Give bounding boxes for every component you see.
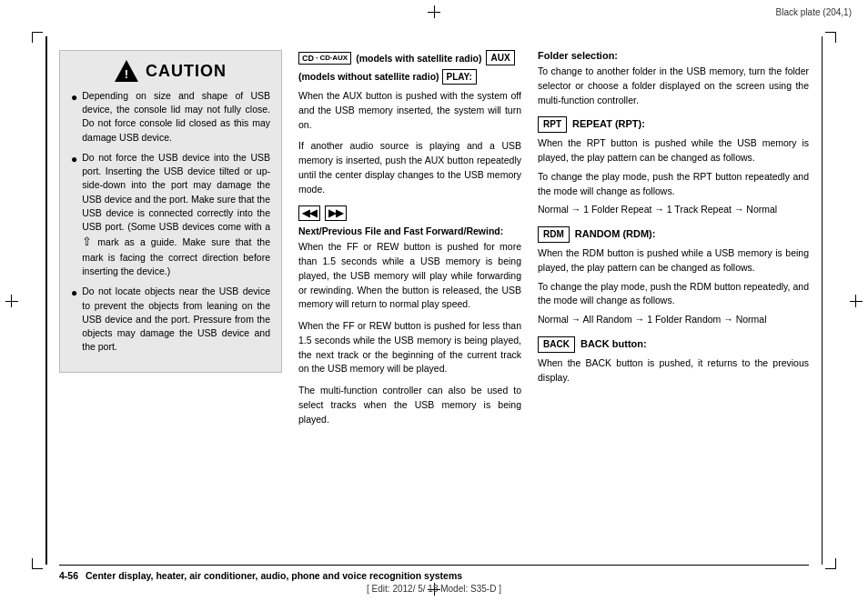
repeat-section: RPT REPEAT (RPT): When the RPT button is… [538,116,809,217]
nextprev-body-1: When the FF or REW button is pushed for … [298,240,521,312]
back-title: BACK button: [580,338,647,349]
columns: ! CAUTION ● Depending on size and shape … [59,50,809,551]
footer-description: Center display, heater, air conditioner,… [86,570,462,581]
reg-mark-right [850,295,863,307]
random-heading: RDM RANDOM (RDM): [538,226,809,243]
caution-box: ! CAUTION ● Depending on size and shape … [59,50,282,373]
repeat-body-1: When the RPT button is pushed while the … [538,136,809,165]
nextprev-title: Next/Previous File and Fast Forward/Rewi… [298,225,503,236]
dot-separator: · [316,54,318,63]
random-title: RANDOM (RDM): [575,228,656,239]
back-section: BACK BACK button: When the BACK button i… [538,336,809,386]
repeat-body-2: To change the play mode, push the RPT bu… [538,170,809,199]
back-button-label: BACK [538,336,575,353]
bullet-icon: ● [71,152,77,167]
random-body-1: When the RDM button is pushed while a US… [538,246,809,275]
reg-mark-top [428,5,440,18]
folder-body: To change to another folder in the USB m… [538,65,809,107]
footer-bar: 4-56 Center display, heater, air conditi… [59,565,809,581]
random-body-2: To change the play mode, push the RDM bu… [538,280,809,309]
list-item: ● Do not locate objects near the USB dev… [71,285,270,354]
aux-section: CD · CD·AUX (models with satellite radio… [298,50,521,196]
caution-item-1: Depending on size and shape of USB devic… [82,89,270,145]
repeat-heading: RPT REPEAT (RPT): [538,116,809,133]
header-bar: Black plate (204,1) [776,7,852,17]
col-left: ! CAUTION ● Depending on size and shape … [59,50,282,551]
page-number: 4-56 [59,570,78,581]
back-heading: BACK BACK button: [538,336,809,353]
rdm-button-label: RDM [538,226,570,243]
rew-icon: ◀◀ [298,205,320,221]
header-title: Black plate (204,1) [776,7,852,17]
cd-aux-icon: CD · CD·AUX [298,52,351,65]
side-line-left [45,36,47,565]
content-area: ! CAUTION ● Depending on size and shape … [59,50,809,551]
bullet-icon: ● [71,90,77,105]
random-sequence: Normal → All Random → 1 Folder Random → … [538,313,809,327]
aux-body-2: If another audio source is playing and a… [298,139,521,196]
models-satellite-text: (models with satellite radio) [356,53,481,64]
caution-triangle-icon: ! [115,60,138,82]
footer-page: 4-56 Center display, heater, air conditi… [59,570,809,581]
repeat-sequence: Normal → 1 Folder Repeat → 1 Track Repea… [538,203,809,217]
col-right: Folder selection: To change to another f… [538,50,809,551]
folder-section: Folder selection: To change to another f… [538,50,809,107]
aux-label: CD·AUX [320,54,348,62]
edit-line: [ Edit: 2012/ 5/ 18 Model: S35-D ] [367,584,501,594]
aux-body-1: When the AUX button is pushed with the s… [298,89,521,132]
corner-bl [32,558,43,569]
page-container: Black plate (204,1) ! CAUTION [0,0,868,601]
ff-icon: ▶▶ [325,205,347,221]
caution-item-2: Do not force the USB device into the USB… [82,151,270,279]
nextprev-body-3: The multi-function controller can also b… [298,384,521,426]
bullet-icon: ● [71,285,77,301]
models-no-satellite: (models without satellite radio) PLAY: [298,69,521,85]
corner-tr [825,32,836,43]
list-item: ● Do not force the USB device into the U… [71,151,270,279]
repeat-title: REPEAT (RPT): [572,118,645,129]
nextprev-body-2: When the FF or REW button is pushed for … [298,319,521,376]
reg-mark-left [5,295,18,307]
corner-br [825,558,836,569]
caution-title: CAUTION [146,62,227,81]
folder-title: Folder selection: [538,50,809,61]
col-mid: CD · CD·AUX (models with satellite radio… [298,50,521,551]
caution-item-3: Do not locate objects near the USB devic… [82,285,270,354]
aux-button: AUX [486,50,514,65]
corner-tl [32,32,43,43]
cd-label: CD [302,54,314,63]
nextprev-section: ◀◀ ▶▶ Next/Previous File and Fast Forwar… [298,205,521,426]
play-button: PLAY: [442,69,477,85]
nextprev-heading: ◀◀ ▶▶ Next/Previous File and Fast Forwar… [298,205,521,236]
caution-header: ! CAUTION [71,60,270,82]
caution-list: ● Depending on size and shape of USB dev… [71,89,270,355]
rpt-button-label: RPT [538,116,567,133]
aux-heading: CD · CD·AUX (models with satellite radio… [298,50,521,65]
side-line-right [822,36,823,565]
random-section: RDM RANDOM (RDM): When the RDM button is… [538,226,809,327]
list-item: ● Depending on size and shape of USB dev… [71,89,270,145]
back-body: When the BACK button is pushed, it retur… [538,356,809,386]
